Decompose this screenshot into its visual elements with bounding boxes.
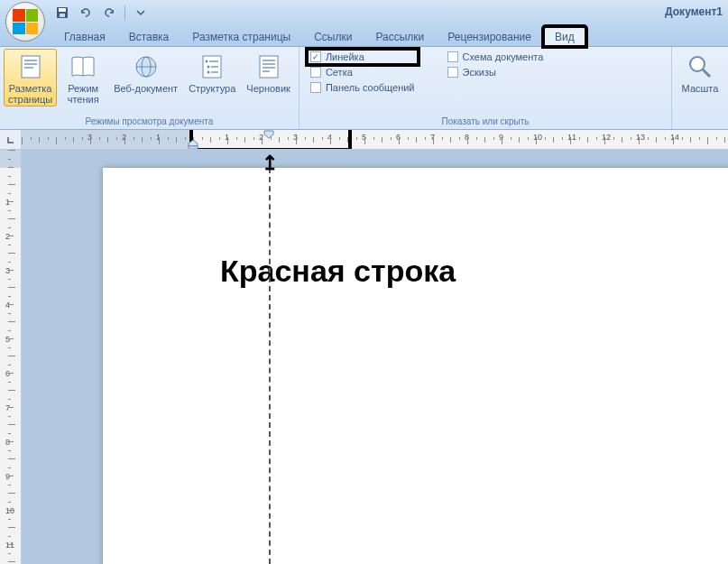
svg-rect-4 <box>24 60 37 61</box>
svg-rect-13 <box>209 60 218 62</box>
ribbon: Разметка страницы Режим чтения Веб-докум… <box>0 47 728 130</box>
draft-icon <box>254 52 283 81</box>
chevron-down-icon <box>136 8 145 17</box>
ruler-row: 1231234567891011121314 <box>0 130 728 150</box>
document-map-checkbox[interactable]: Схема документа <box>446 51 546 63</box>
undo-button[interactable] <box>76 4 96 22</box>
group-zoom: Масшта <box>672 47 728 129</box>
office-button[interactable] <box>5 2 45 42</box>
tab-selector-icon <box>5 134 16 145</box>
tab-home[interactable]: Главная <box>52 26 117 47</box>
outline-button[interactable]: Структура <box>184 49 240 106</box>
ruler-checkbox[interactable]: ✓ Линейка <box>309 51 417 63</box>
horizontal-ruler[interactable]: 1231234567891011121314 <box>22 130 728 149</box>
svg-rect-6 <box>24 67 33 69</box>
indent-guide-line <box>269 168 271 564</box>
checkbox-checked-icon: ✓ <box>310 51 321 62</box>
reading-icon <box>69 52 97 81</box>
redo-button[interactable] <box>99 4 119 22</box>
redo-icon <box>102 5 116 20</box>
draft-label: Черновик <box>246 83 290 94</box>
message-bar-checkbox[interactable]: Панель сообщений <box>309 81 417 94</box>
group-document-views: Разметка страницы Режим чтения Веб-докум… <box>0 47 299 129</box>
svg-rect-1 <box>59 8 66 12</box>
undo-icon <box>78 5 93 20</box>
svg-rect-25 <box>189 146 198 149</box>
message-bar-label: Панель сообщений <box>326 82 415 93</box>
tab-page-layout[interactable]: Разметка страницы <box>180 26 302 47</box>
svg-point-16 <box>207 71 210 74</box>
checkbox-icon <box>310 82 321 93</box>
svg-rect-19 <box>263 60 275 61</box>
qat-separator <box>124 5 125 20</box>
tab-references[interactable]: Ссылки <box>302 26 364 47</box>
page-scroll-area[interactable]: Красная строка ↥ <box>22 150 728 564</box>
draft-button[interactable]: Черновик <box>242 49 295 106</box>
svg-point-14 <box>207 66 210 69</box>
qat-customize-button[interactable] <box>131 4 151 22</box>
checkbox-icon <box>447 67 458 78</box>
outline-label: Структура <box>189 83 235 94</box>
thumbnails-checkbox[interactable]: Эскизы <box>446 66 546 79</box>
svg-point-12 <box>206 60 208 63</box>
zoom-label: Масшта <box>682 83 719 94</box>
ruler-label: Линейка <box>326 51 364 62</box>
zoom-icon <box>686 52 714 81</box>
group-label-views: Режимы просмотра документа <box>4 116 295 129</box>
svg-rect-20 <box>263 63 275 65</box>
svg-rect-22 <box>263 70 270 72</box>
print-layout-label: Разметка страницы <box>8 83 52 105</box>
tab-insert[interactable]: Вставка <box>117 26 181 47</box>
ribbon-tabs: Главная Вставка Разметка страницы Ссылки… <box>0 25 728 47</box>
svg-rect-21 <box>263 67 275 69</box>
group-show-hide: ✓ Линейка Сетка Панель сообщений Схема д… <box>299 47 672 129</box>
save-icon <box>55 5 69 20</box>
document-text[interactable]: Красная строка <box>220 254 456 289</box>
first-line-indent-marker[interactable] <box>263 130 274 139</box>
thumbnails-label: Эскизы <box>463 67 496 78</box>
gridlines-label: Сетка <box>326 67 353 78</box>
outline-icon <box>198 52 226 81</box>
tab-review[interactable]: Рецензирование <box>436 26 543 47</box>
zoom-button[interactable]: Масшта <box>676 49 724 96</box>
svg-rect-2 <box>60 14 65 17</box>
office-logo-icon <box>13 9 38 34</box>
save-button[interactable] <box>52 4 72 22</box>
ruler-corner[interactable] <box>0 130 22 150</box>
document-page[interactable]: Красная строка <box>103 168 728 564</box>
checkbox-icon <box>310 67 321 78</box>
tab-view[interactable]: Вид <box>543 26 586 47</box>
gridlines-checkbox[interactable]: Сетка <box>309 66 417 79</box>
document-workspace: 123456789101112 Красная строка ↥ <box>0 150 728 564</box>
quick-access-toolbar <box>52 0 151 25</box>
web-label: Веб-документ <box>114 83 178 94</box>
vertical-ruler[interactable]: 123456789101112 <box>0 150 22 564</box>
svg-line-24 <box>703 69 710 77</box>
checkbox-icon <box>447 51 458 62</box>
reading-label: Режим чтения <box>68 83 99 105</box>
left-indent-marker[interactable] <box>188 139 198 149</box>
page-layout-icon <box>16 52 45 81</box>
document-title: Документ1 <box>665 5 723 18</box>
indent-arrow-icon: ↥ <box>262 152 278 175</box>
title-bar: Документ1 <box>0 0 728 25</box>
svg-rect-17 <box>211 71 218 73</box>
web-layout-button[interactable]: Веб-документ <box>109 49 182 106</box>
web-icon <box>132 52 161 81</box>
reading-layout-button[interactable]: Режим чтения <box>59 49 107 106</box>
document-map-label: Схема документа <box>463 51 544 62</box>
svg-rect-15 <box>211 66 218 68</box>
svg-point-23 <box>690 57 705 71</box>
print-layout-button[interactable]: Разметка страницы <box>4 49 57 106</box>
group-label-show-hide: Показать или скрыть <box>303 116 668 129</box>
tab-mailings[interactable]: Рассылки <box>364 26 436 47</box>
svg-rect-5 <box>24 63 37 65</box>
